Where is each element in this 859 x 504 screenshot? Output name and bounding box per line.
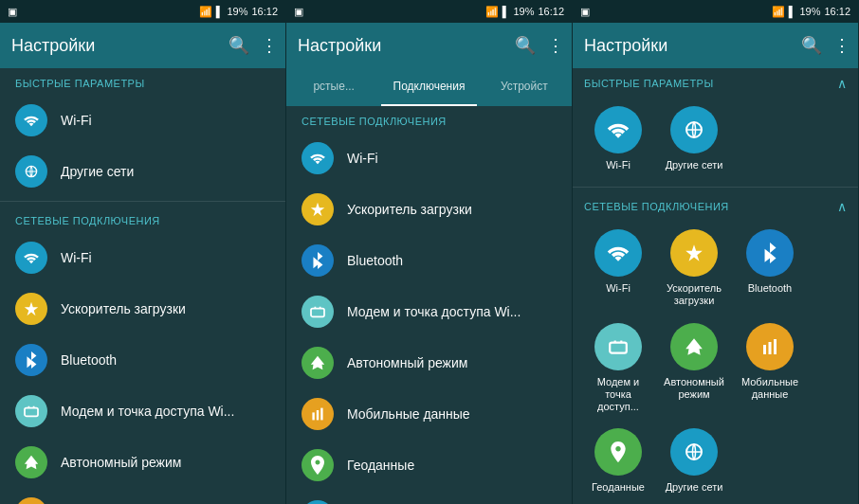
grid-item-other-net[interactable]: Другие сети	[656, 99, 732, 179]
list-item[interactable]: Мобильные данные	[0, 488, 285, 504]
search-icon-2[interactable]: 🔍	[515, 35, 536, 56]
grid-item-mobile[interactable]: Мобильные данные	[732, 315, 808, 422]
list-item[interactable]: Автономный режим	[286, 337, 572, 388]
item-label: Модем и точка доступа Wi...	[347, 304, 521, 319]
signal-icon: ▌	[216, 6, 224, 17]
time-display: 16:12	[251, 6, 278, 17]
grid-item-label: Bluetooth	[748, 282, 792, 295]
divider-p3	[573, 187, 858, 188]
modem-icon-p2	[302, 296, 334, 328]
bluetooth-icon-p2	[302, 244, 334, 277]
item-label: Wi-Fi	[347, 151, 378, 166]
svg-rect-1	[25, 408, 38, 417]
wifi-status-icon-3: 📶	[772, 6, 785, 18]
wifi-icon-2	[15, 242, 47, 274]
collapse-quick-icon[interactable]: ∧	[837, 76, 847, 91]
mobile-data-icon	[15, 497, 47, 504]
list-item[interactable]: Мобильные данные	[286, 388, 572, 440]
battery-percent: 19%	[227, 6, 247, 17]
search-icon-1[interactable]: 🔍	[228, 35, 249, 56]
top-bar-icons-1: 🔍 ⋮	[228, 35, 278, 56]
geo-grid-icon	[594, 428, 642, 476]
grid-item-label: Геоданные	[592, 481, 645, 494]
item-label: Ускоритель загрузки	[347, 202, 472, 217]
list-item[interactable]: Другие сети	[0, 146, 285, 197]
list-item[interactable]: Другие сети	[286, 491, 572, 504]
status-bar-1: ▣ 📶 ▌ 19% 16:12	[0, 0, 285, 23]
other-net-grid-icon	[670, 106, 718, 153]
list-item[interactable]: Ускоритель загрузки	[0, 283, 285, 334]
svg-rect-14	[774, 339, 777, 354]
menu-icon-2[interactable]: ⋮	[547, 35, 564, 56]
section-label-quick-1: БЫСТРЫЕ ПАРАМЕТРЫ	[0, 68, 285, 95]
status-right-1: 📶 ▌ 19% 16:12	[199, 6, 278, 18]
bluetooth-grid-icon	[746, 229, 794, 277]
status-right-3: 📶 ▌ 19% 16:12	[772, 6, 850, 18]
grid-item-geo[interactable]: Геоданные	[580, 421, 656, 501]
item-label: Мобильные данные	[347, 406, 470, 422]
grid-item-modem[interactable]: Модем и точка доступ...	[580, 315, 656, 422]
list-item[interactable]: Геоданные	[286, 440, 572, 491]
list-item[interactable]: Модем и точка доступа Wi...	[286, 286, 572, 337]
mobile-grid-icon	[746, 323, 794, 370]
grid-item-label: Мобильные данные	[736, 376, 804, 401]
grid-item-boost[interactable]: Ускоритель загрузки	[656, 222, 732, 315]
list-item[interactable]: Wi-Fi	[0, 95, 285, 146]
panel-3: ▣ 📶 ▌ 19% 16:12 Настройки 🔍 ⋮ БЫСТРЫЕ ПА…	[573, 0, 859, 504]
menu-icon-1[interactable]: ⋮	[261, 35, 278, 56]
list-item[interactable]: Модем и точка доступа Wi...	[0, 386, 285, 437]
section-header-quick-p3: БЫСТРЫЕ ПАРАМЕТРЫ ∧	[573, 68, 858, 95]
item-label: Автономный режим	[61, 455, 181, 470]
wifi-grid-icon	[594, 106, 642, 153]
sim-icon-3: ▣	[580, 6, 590, 18]
svg-rect-13	[769, 342, 772, 354]
svg-rect-5	[311, 309, 324, 317]
section-label-network-1: СЕТЕВЫЕ ПОДКЛЮЧЕНИЯ	[0, 206, 285, 232]
grid-item-bluetooth[interactable]: Bluetooth	[732, 222, 808, 315]
grid-item-other-net-2[interactable]: Другие сети	[656, 421, 732, 501]
airplane-icon	[15, 446, 47, 478]
grid-item-label: Wi-Fi	[606, 282, 631, 295]
list-item[interactable]: Bluetooth	[286, 235, 572, 286]
list-item[interactable]: Wi-Fi	[286, 133, 572, 184]
tab-devices[interactable]: Устройст	[477, 68, 572, 106]
section-label-network-p3: СЕТЕВЫЕ ПОДКЛЮЧЕНИЯ	[584, 201, 729, 212]
grid-item-wifi[interactable]: Wi-Fi	[580, 99, 656, 179]
boost-icon	[15, 293, 47, 325]
other-net-icon-p2	[302, 500, 334, 504]
panel-1-content: БЫСТРЫЕ ПАРАМЕТРЫ Wi-Fi Другие сети СЕТЕ…	[0, 68, 285, 504]
tab-quick[interactable]: рстые...	[286, 68, 381, 106]
panel-1: ▣ 📶 ▌ 19% 16:12 Настройки 🔍 ⋮ БЫСТРЫЕ ПА…	[0, 0, 286, 504]
grid-item-label: Wi-Fi	[606, 159, 631, 171]
list-item[interactable]: Wi-Fi	[0, 232, 285, 283]
top-bar-3: Настройки 🔍 ⋮	[573, 23, 858, 68]
item-label: Wi-Fi	[61, 250, 92, 265]
panel-2: ▣ 📶 ▌ 19% 16:12 Настройки 🔍 ⋮ рстые... П…	[286, 0, 573, 504]
list-item[interactable]: Bluetooth	[0, 334, 285, 386]
menu-icon-3[interactable]: ⋮	[833, 35, 850, 56]
quick-params-grid: Wi-Fi Другие сети	[573, 95, 858, 183]
wifi-grid-icon-2	[594, 229, 642, 277]
battery-percent-2: 19%	[513, 6, 534, 17]
svg-rect-6	[312, 412, 314, 420]
status-right-2: 📶 ▌ 19% 16:12	[485, 6, 564, 18]
grid-item-airplane[interactable]: Автономный режим	[656, 315, 732, 422]
item-label: Ускоритель загрузки	[61, 301, 186, 316]
list-item[interactable]: Ускоритель загрузки	[286, 184, 572, 235]
top-bar-1: Настройки 🔍 ⋮	[0, 23, 285, 68]
boost-icon-p2	[302, 193, 334, 225]
search-icon-3[interactable]: 🔍	[801, 35, 822, 56]
grid-item-label: Ускоритель загрузки	[660, 282, 728, 307]
divider	[0, 201, 285, 202]
tab-bar-2: рстые... Подключения Устройст	[286, 68, 572, 106]
tab-connections[interactable]: Подключения	[381, 68, 476, 106]
section-label-quick-p3: БЫСТРЫЕ ПАРАМЕТРЫ	[584, 78, 714, 89]
grid-item-wifi-2[interactable]: Wi-Fi	[580, 222, 656, 315]
list-item[interactable]: Автономный режим	[0, 437, 285, 488]
top-bar-2: Настройки 🔍 ⋮	[286, 23, 572, 68]
section-label-network-2: СЕТЕВЫЕ ПОДКЛЮЧЕНИЯ	[286, 106, 572, 133]
status-left-1: ▣	[8, 6, 17, 18]
battery-percent-3: 19%	[799, 6, 820, 17]
collapse-network-icon[interactable]: ∧	[837, 199, 847, 214]
time-display-2: 16:12	[538, 6, 564, 17]
